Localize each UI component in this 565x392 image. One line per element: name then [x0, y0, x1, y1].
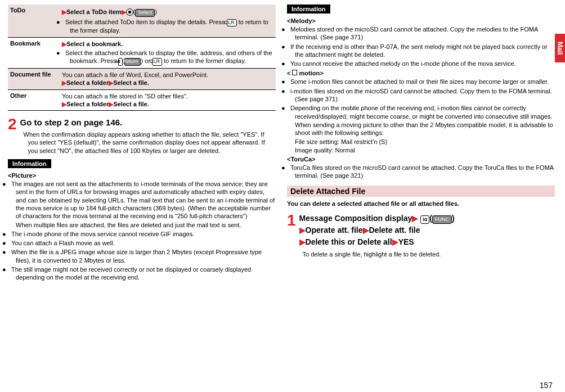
- info-bullet: The images are not sent as the attachmen…: [8, 180, 276, 220]
- row-line: You can attach a file of Word, Excel, an…: [62, 71, 273, 79]
- attach-table: ToDo▶Select a ToDo item▶(Select)Select t…: [8, 4, 276, 111]
- step-1: 1 Message Composition display▶ iα(FUNC) …: [287, 213, 555, 258]
- info-subline: File size setting: Mail restrict'n (S): [287, 138, 555, 146]
- row-label: Bookmark: [8, 37, 60, 68]
- info-subline: Image quality: Normal: [287, 146, 555, 154]
- info-subline: When multiple files are attached, the fi…: [8, 221, 276, 229]
- row-content: ▶Select a bookmark.Select the attached b…: [60, 37, 276, 68]
- softkey-button: Select: [135, 9, 155, 17]
- row-line: ▶Select a folder▶Select a file.: [62, 79, 273, 87]
- row-line: ▶Select a bookmark.: [62, 40, 273, 48]
- ir-button: iα: [118, 58, 123, 66]
- row-content: You can attach a file stored in "SD othe…: [60, 89, 276, 111]
- table-row: Bookmark▶Select a bookmark.Select the at…: [8, 37, 276, 68]
- step-note: To delete a single file, highlight a fil…: [299, 250, 555, 258]
- info-subline: When sending a moving picture to other t…: [287, 121, 555, 137]
- info-bullet: The still image might not be received co…: [8, 265, 276, 282]
- right-column: Information <Melody> Melodies stored on …: [287, 4, 555, 282]
- melody-heading: <Melody>: [287, 17, 555, 24]
- center-key-icon: [126, 8, 133, 16]
- info-bullet: ToruCa files stored on the microSD card …: [287, 164, 555, 180]
- row-line: You can attach a file stored in "SD othe…: [62, 92, 273, 100]
- table-row: ToDo▶Select a ToDo item▶(Select)Select t…: [8, 4, 276, 37]
- ir-button: iα: [420, 215, 429, 224]
- information-label: Information: [287, 4, 330, 13]
- toruca-heading: <ToruCa>: [287, 156, 555, 163]
- delete-intro: You can delete a selected attached file …: [287, 200, 555, 207]
- softkey-button: Return: [124, 58, 141, 66]
- info-bullet: You cannot receive the attached melody o…: [287, 60, 555, 67]
- info-bullet: Some i-motion files cannot be attached t…: [287, 78, 555, 85]
- step-title: Go to step 2 on page 146.: [20, 118, 276, 127]
- row-content: ▶Select a ToDo item▶(Select)Select the a…: [60, 4, 276, 37]
- info-bullet: When the file is a JPEG image whose size…: [8, 248, 276, 264]
- row-line: Select the attached ToDo item to display…: [62, 18, 273, 35]
- info-bullet: The i-mode phone of the mova service can…: [8, 230, 276, 238]
- row-line: ▶Select a ToDo item▶(Select): [62, 7, 273, 17]
- info-bullet: You can attach a Flash movie as well.: [8, 239, 276, 247]
- key-button: CLR: [152, 58, 162, 66]
- info-bullet: Depending on the mobile phone of the rec…: [287, 104, 555, 120]
- step-line: ▶Operate att. file▶Delete att. file: [299, 224, 555, 236]
- left-column: ToDo▶Select a ToDo item▶(Select)Select t…: [8, 4, 276, 282]
- row-label: Document file: [8, 68, 60, 89]
- step-line: ▶Delete this or Delete all▶YES: [299, 236, 555, 248]
- info-bullet: i-motion files stored on the microSD car…: [287, 87, 555, 103]
- row-line: Select the attached bookmark to display …: [62, 49, 273, 66]
- imotion-heading: < motion>: [287, 69, 555, 76]
- page-number: 157: [540, 381, 553, 390]
- row-content: You can attach a file of Word, Excel, an…: [60, 68, 276, 89]
- step-note: When the confirmation display appears as…: [20, 130, 276, 155]
- table-row: Document fileYou can attach a file of Wo…: [8, 68, 276, 89]
- delete-heading: Delete Attached File: [287, 186, 555, 197]
- alpha-icon: [292, 70, 297, 76]
- sidebar-tab-mail[interactable]: Mail: [555, 34, 565, 62]
- row-label: ToDo: [8, 4, 60, 37]
- info-bullet: Melodies stored on the microSD card cann…: [287, 25, 555, 42]
- step-line: Message Composition display▶ iα(FUNC): [299, 213, 555, 224]
- info-bullet: If the receiving end is other than P-07A…: [287, 43, 555, 59]
- row-label: Other: [8, 89, 60, 111]
- step-number: 1: [287, 213, 296, 228]
- step-2: 2 Go to step 2 on page 146. When the con…: [8, 116, 276, 155]
- func-button: FUNC: [432, 215, 452, 224]
- step-number: 2: [8, 116, 17, 132]
- information-label: Information: [8, 159, 51, 168]
- table-row: OtherYou can attach a file stored in "SD…: [8, 89, 276, 111]
- picture-heading: <Picture>: [8, 172, 276, 179]
- row-line: ▶Select a folder▶Select a file.: [62, 100, 273, 108]
- key-button: CLR: [227, 19, 237, 27]
